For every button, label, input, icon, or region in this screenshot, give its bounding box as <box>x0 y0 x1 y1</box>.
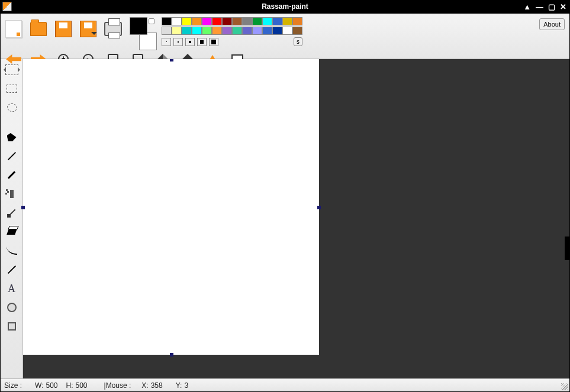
palette-swatch[interactable] <box>282 27 292 35</box>
current-colors[interactable] <box>130 17 157 50</box>
save-button[interactable] <box>54 20 73 38</box>
palette-swatch[interactable] <box>202 27 212 35</box>
close-icon[interactable]: ✕ <box>560 2 566 11</box>
palette-swatch[interactable] <box>272 27 282 35</box>
resize-handle-left[interactable] <box>21 206 25 209</box>
stroke-width-picker: s <box>162 37 302 46</box>
palette-swatch[interactable] <box>162 17 172 25</box>
palette-swatch[interactable] <box>202 17 212 25</box>
resize-handle-right[interactable] <box>317 206 321 209</box>
palette-swatch[interactable] <box>222 17 232 25</box>
canvas[interactable] <box>23 59 319 355</box>
height-label: H: <box>66 381 73 390</box>
brush-tool[interactable] <box>4 168 20 182</box>
palette-swatch[interactable] <box>252 17 262 25</box>
about-button[interactable]: About <box>539 18 565 30</box>
background-color-swatch[interactable] <box>139 33 157 50</box>
app-icon <box>2 2 12 11</box>
stroke-settings-button[interactable]: s <box>294 37 302 46</box>
maximize-icon[interactable]: ▢ <box>548 2 555 11</box>
palette-swatch[interactable] <box>172 27 182 35</box>
palette-swatch[interactable] <box>222 27 232 35</box>
palette-swatch[interactable] <box>162 27 172 35</box>
minimize-icon[interactable]: — <box>536 2 543 11</box>
fill-tool[interactable] <box>4 130 20 144</box>
rectangle-tool[interactable] <box>4 319 20 333</box>
palette-swatch[interactable] <box>212 17 222 25</box>
mouse-label: |Mouse : <box>104 381 131 390</box>
ellipse-tool[interactable] <box>4 300 20 315</box>
palette-swatch[interactable] <box>262 27 272 35</box>
new-button[interactable] <box>4 20 23 38</box>
foreground-color-swatch[interactable] <box>130 17 147 35</box>
stroke-width-option[interactable] <box>162 38 171 46</box>
palette-swatch[interactable] <box>232 27 242 35</box>
size-label: Size : <box>4 381 22 390</box>
palette-swatch[interactable] <box>272 17 282 25</box>
text-tool[interactable]: A <box>4 281 20 296</box>
move-tool[interactable] <box>4 63 20 77</box>
mouse-y-value: 3 <box>184 381 188 390</box>
mouse-x-value: 358 <box>151 381 163 390</box>
palette-swatch[interactable] <box>252 27 262 35</box>
color-palette: s <box>162 17 302 46</box>
color-picker-tool[interactable] <box>4 206 20 220</box>
palette-swatch[interactable] <box>172 17 182 25</box>
mouse-x-label: X: <box>141 381 148 390</box>
mouse-y-label: Y: <box>176 381 182 390</box>
palette-swatch[interactable] <box>182 17 192 25</box>
resize-handle-bottom[interactable] <box>170 353 173 357</box>
palette-swatch[interactable] <box>262 17 272 25</box>
stroke-width-option[interactable] <box>209 38 218 46</box>
titlebar: Rassam-paint ▲ — ▢ ✕ <box>0 0 570 13</box>
top-toolbar: + - s About <box>1 14 569 59</box>
status-bar: Size : W:500 H:500 |Mouse : X:358 Y:3 <box>1 378 569 391</box>
resize-grip-icon[interactable] <box>561 383 568 390</box>
tool-sidebar: A <box>1 59 23 378</box>
resize-handle-top[interactable] <box>170 59 173 61</box>
open-button[interactable] <box>29 20 48 38</box>
palette-swatch[interactable] <box>242 17 252 25</box>
swap-colors-icon[interactable] <box>149 18 154 24</box>
select-free-tool[interactable] <box>4 101 20 115</box>
select-rect-tool[interactable] <box>4 82 20 96</box>
stroke-width-option[interactable] <box>185 38 195 46</box>
palette-swatch[interactable] <box>292 27 302 35</box>
palette-swatch[interactable] <box>292 17 302 25</box>
curve-tool[interactable] <box>4 244 20 258</box>
palette-swatch[interactable] <box>192 27 202 35</box>
print-button[interactable] <box>104 20 123 38</box>
window-title: Rassam-paint <box>262 2 308 11</box>
pencil-tool[interactable] <box>4 149 20 163</box>
vertical-scrollbar[interactable] <box>565 59 569 378</box>
spray-tool[interactable] <box>4 187 20 201</box>
width-value: 500 <box>46 381 57 390</box>
palette-swatch[interactable] <box>212 27 222 35</box>
palette-swatch[interactable] <box>232 17 242 25</box>
palette-swatch[interactable] <box>182 27 192 35</box>
stroke-width-option[interactable] <box>173 38 183 46</box>
save-as-button[interactable] <box>79 20 98 38</box>
height-value: 500 <box>76 381 88 390</box>
line-tool[interactable] <box>4 263 20 277</box>
canvas-area[interactable] <box>23 59 569 378</box>
eraser-tool[interactable] <box>4 225 20 239</box>
palette-swatch[interactable] <box>242 27 252 35</box>
palette-swatch[interactable] <box>282 17 292 25</box>
width-label: W: <box>35 381 43 390</box>
scrollbar-thumb[interactable] <box>565 237 569 260</box>
stroke-width-option[interactable] <box>197 38 207 46</box>
rollup-icon[interactable]: ▲ <box>523 2 531 11</box>
palette-swatch[interactable] <box>192 17 202 25</box>
